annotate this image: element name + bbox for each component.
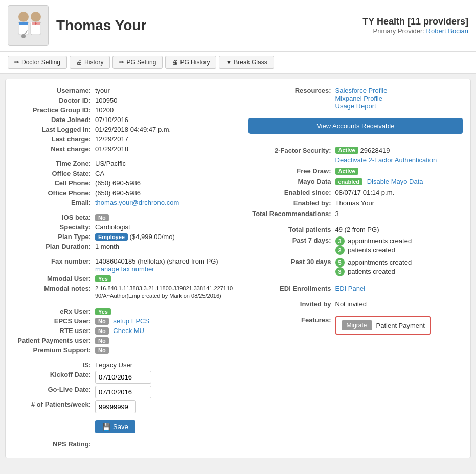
mmodal-user-row: Mmodal User: Yes [13,275,233,282]
doctor-id-row: Doctor ID: 100950 [13,97,233,104]
office-phone-row: Office Phone: (650) 690-5986 [13,189,233,197]
next-charge-value: 01/29/2018 [95,145,233,153]
primary-provider-link[interactable]: Robert Bocian [426,27,468,35]
ios-beta-label: iOS beta: [13,214,95,221]
date-joined-value: 07/10/2016 [95,116,233,124]
office-state-value: CA [95,170,233,177]
patient-payments-user-row: Patient Payments user: No [13,337,233,344]
email-link[interactable]: thomas.your@drchrono.com [95,199,179,206]
epcs-user-label: EPCS User: [13,317,95,325]
features-row: Features: Migrate Patient Payment [243,316,463,335]
last-logged-in-value: 01/29/2018 04:49:47 p.m. [95,126,233,133]
edi-panel-link[interactable]: EDI Panel [335,285,366,292]
salesforce-link[interactable]: Salesforce Profile [335,87,463,94]
total-recommendations-label: Total Recommendations: [243,210,335,218]
resources-row: Resources: Salesforce Profile Mixpanel P… [243,87,463,110]
past-7-days-row: Past 7 days: 3 appointments created 2 pa… [243,236,463,255]
pg-setting-btn[interactable]: ✏ PG Setting [112,56,163,69]
mmodal-user-value: Yes [95,275,233,282]
erx-user-row: eRx User: Yes [13,307,233,315]
time-zone-label: Time Zone: [13,160,95,168]
username-label: Username: [13,87,95,94]
past-30-appointments-count: 5 [335,258,345,267]
specialty-value: Cardiologist [95,223,233,231]
mmodal-notes-value: 2.16.840.1.113883.3.21.11800.339821.3381… [95,285,233,300]
past-30-patients-text: patients created [348,268,395,275]
cell-phone-row: Cell Phone: (650) 690-5986 [13,179,233,187]
svg-rect-3 [19,22,28,25]
two-factor-label: 2-Factor Security: [243,147,335,154]
last-charge-row: Last charge: 12/29/2017 [13,135,233,143]
rte-user-badge: No [95,327,109,335]
enabled-since-row: Enabled since: 08/07/17 01:14 p.m. [243,188,463,196]
edi-enrollments-value: EDI Panel [335,285,463,292]
invited-by-value: Not invited [335,300,463,308]
usage-report-link[interactable]: Usage Report [335,102,463,110]
avatar [8,5,49,46]
email-row: Email: thomas.your@drchrono.com [13,199,233,206]
manage-fax-link[interactable]: manage fax number [95,265,154,273]
mayo-data-badge: enabled [335,178,363,185]
plan-type-row: Plan Type: Employee ($4,999.00/mo) [13,233,233,241]
patients-per-week-label: # of Patients/week: [13,400,95,408]
erx-user-value: Yes [95,307,233,315]
practice-group-id-label: Practice Group ID: [13,106,95,114]
patients-per-week-row: # of Patients/week: [13,400,233,413]
doctor-setting-btn[interactable]: ✏ Doctor Setting [8,56,67,69]
past-30-days-value: 5 appointments created 3 patients create… [335,258,463,276]
kickoff-date-value [95,371,233,384]
pg-history-btn[interactable]: 🖨 PG History [165,56,216,69]
disable-mayo-link[interactable]: Disable Mayo Data [367,178,423,185]
practice-group-id-row: Practice Group ID: 10200 [13,106,233,114]
mmodal-user-label: Mmodal User: [13,275,95,282]
check-mu-link[interactable]: Check MU [113,327,144,335]
patients-per-week-input[interactable] [95,400,136,413]
past-7-appointments-count: 3 [335,236,345,246]
mixpanel-link[interactable]: Mixpanel Profile [335,94,463,102]
save-button[interactable]: 💾 Save [95,420,135,433]
last-charge-label: Last charge: [13,135,95,143]
resources-label: Resources: [243,87,335,94]
username-value: tyour [95,87,233,94]
invited-by-label: Invited by [243,300,335,308]
two-factor-number: 29628419 [360,147,390,154]
header-bar: Thomas Your TY Health [11 providers] Pri… [0,0,476,52]
rte-user-value: No Check MU [95,327,233,335]
plan-type-label: Plan Type: [13,233,95,241]
past-30-appointments-text: appointments created [348,258,412,266]
rte-user-row: RTE user: No Check MU [13,327,233,335]
office-phone-value: (650) 690-5986 [95,189,233,197]
ios-beta-row: iOS beta: No [13,214,233,221]
mayo-data-row: Mayo Data enabled Disable Mayo Data [243,178,463,185]
deactivate-link[interactable]: Deactivate 2-Factor Authentication [335,156,437,164]
header-left: Thomas Your [8,5,146,46]
resources-links: Salesforce Profile Mixpanel Profile Usag… [335,87,463,110]
history-btn[interactable]: 🖨 History [70,56,110,69]
nps-rating-label: NPS Rating: [13,440,95,448]
view-accounts-btn[interactable]: View Accounts Receivable [248,118,463,134]
doctor-name-container: Thomas Your [56,17,146,34]
plan-duration-value: 1 month [95,243,233,250]
break-glass-btn[interactable]: ▼ Break Glass [219,56,274,69]
past-30-patients: 3 patients created [335,267,463,276]
email-label: Email: [13,199,95,206]
patient-payments-user-label: Patient Payments user: [13,337,95,344]
fax-number-value: 14086040185 (hellofax) (shared from PG) [95,257,218,265]
kickoff-date-input[interactable] [95,371,151,384]
rte-user-label: RTE user: [13,327,95,335]
doctor-name: Thomas Your [56,17,146,34]
go-live-date-input[interactable] [95,386,151,398]
time-zone-row: Time Zone: US/Pacific [13,160,233,168]
premium-support-row: Premium Support: No [13,346,233,354]
edi-enrollments-label: EDI Enrollments [243,285,335,292]
migrate-button[interactable]: Migrate [342,320,372,330]
enabled-since-label: Enabled since: [243,188,335,196]
kickoff-date-label: Kickoff Date: [13,371,95,378]
date-joined-row: Date Joined: 07/10/2016 [13,116,233,124]
left-panel: Username: tyour Doctor ID: 100950 Practi… [13,87,233,450]
erx-user-label: eRx User: [13,307,95,315]
last-logged-in-row: Last Logged in: 01/29/2018 04:49:47 p.m. [13,126,233,133]
cell-phone-value: (650) 690-5986 [95,179,233,187]
setup-epcs-link[interactable]: setup EPCS [113,317,149,325]
past-30-appointments: 5 appointments created [335,258,463,267]
